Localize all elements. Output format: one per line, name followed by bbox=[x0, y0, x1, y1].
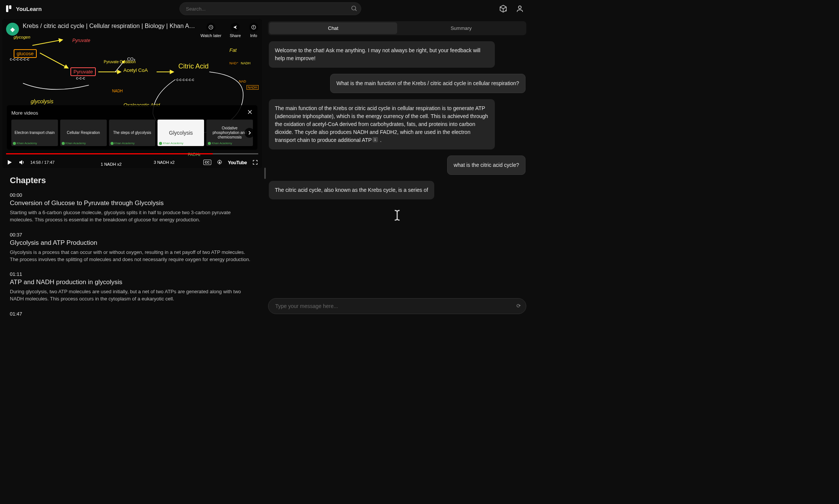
logo-mark-icon bbox=[6, 5, 13, 12]
more-video-item[interactable]: Cellular Respiration Khan Academy bbox=[60, 120, 107, 146]
captions-button[interactable]: CC bbox=[203, 160, 211, 165]
clock-icon bbox=[206, 23, 215, 32]
source-badge: Khan Academy bbox=[13, 142, 37, 145]
close-icon[interactable] bbox=[247, 109, 253, 117]
chapters-heading: Chapters bbox=[10, 176, 254, 185]
search-container bbox=[179, 2, 361, 15]
volume-button[interactable] bbox=[18, 159, 25, 166]
citation-badge[interactable]: 1 bbox=[373, 137, 378, 142]
svg-line-1 bbox=[355, 9, 356, 11]
chat-messages[interactable]: Welcome to the chat! Ask me anything. I … bbox=[268, 40, 526, 294]
share-icon bbox=[231, 23, 240, 32]
svg-point-0 bbox=[352, 6, 356, 10]
video-title: Krebs / citric acid cycle | Cellular res… bbox=[23, 23, 196, 30]
info-icon bbox=[249, 23, 258, 32]
watch-later-button[interactable]: Watch later bbox=[200, 23, 221, 38]
source-badge: Khan Academy bbox=[111, 142, 135, 145]
loading-spinner-icon: ⟳ bbox=[516, 303, 521, 309]
svg-point-4 bbox=[518, 6, 521, 9]
chat-message-user: what is the citric acid cycle? bbox=[447, 156, 526, 175]
chat-message-ai: The main function of the Krebs or citric… bbox=[269, 99, 495, 149]
tab-chat[interactable]: Chat bbox=[269, 22, 397, 34]
more-videos-panel: More videos Electron transport chain Kha… bbox=[7, 105, 257, 150]
chapter-item[interactable]: 01:11 ATP and NADH production in glycoly… bbox=[10, 271, 254, 303]
chapter-timestamp: 01:11 bbox=[10, 271, 254, 277]
chapter-title: Glycolysis and ATP Production bbox=[10, 239, 254, 247]
chat-input-container: ⟳ bbox=[268, 298, 526, 314]
right-pane: Chat Summary Welcome to the chat! Ask me… bbox=[266, 17, 530, 318]
chapter-item[interactable]: 01:47 bbox=[10, 311, 254, 317]
chapter-title: ATP and NADH production in glycolysis bbox=[10, 278, 254, 286]
user-icon[interactable] bbox=[516, 5, 524, 13]
chapter-item[interactable]: 00:00 Conversion of Glucose to Pyruvate … bbox=[10, 192, 254, 224]
chapter-item[interactable]: 00:37 Glycolysis and ATP Production Glyc… bbox=[10, 232, 254, 263]
chat-message-ai: The citric acid cycle, also known as the… bbox=[269, 181, 434, 199]
cube-add-icon[interactable] bbox=[499, 5, 507, 13]
app-name: YouLearn bbox=[16, 6, 42, 12]
share-button[interactable]: Share bbox=[230, 23, 241, 38]
drag-handle-icon[interactable] bbox=[264, 168, 266, 179]
more-video-item[interactable]: Glycolysis Khan Academy bbox=[158, 120, 204, 146]
app-logo[interactable]: YouLearn bbox=[6, 5, 42, 12]
app-header: YouLearn bbox=[0, 0, 530, 17]
fullscreen-button[interactable] bbox=[252, 159, 258, 165]
chat-input[interactable] bbox=[268, 298, 526, 314]
tab-summary[interactable]: Summary bbox=[397, 22, 525, 34]
chat-message-ai: Welcome to the chat! Ask me anything. I … bbox=[269, 41, 495, 68]
chapter-title: Conversion of Glucose to Pyruvate throug… bbox=[10, 199, 254, 207]
source-badge: Khan Academy bbox=[208, 142, 232, 145]
chapter-timestamp: 01:47 bbox=[10, 311, 254, 317]
video-player[interactable]: glycogen glucose c-c-c-c-c-c Pyruvate Py… bbox=[2, 19, 262, 168]
info-button[interactable]: Info bbox=[249, 23, 258, 38]
more-video-item[interactable]: The steps of glycolysis Khan Academy bbox=[109, 120, 156, 146]
video-time: 14:58 / 17:47 bbox=[30, 160, 55, 165]
more-videos-list: Electron transport chain Khan Academy Ce… bbox=[11, 120, 253, 146]
youtube-link[interactable]: YouTube bbox=[228, 160, 247, 165]
source-badge: Khan Academy bbox=[159, 142, 183, 145]
source-badge: Khan Academy bbox=[62, 142, 86, 145]
chapter-description: Starting with a 6-carbon glucose molecul… bbox=[10, 209, 254, 224]
search-icon[interactable] bbox=[351, 5, 357, 13]
chapter-timestamp: 00:00 bbox=[10, 192, 254, 198]
chapter-timestamp: 00:37 bbox=[10, 232, 254, 238]
video-progress-bar[interactable] bbox=[6, 153, 258, 154]
chat-message-user: What is the main function of the Krebs /… bbox=[330, 74, 526, 93]
more-video-item[interactable]: Electron transport chain Khan Academy bbox=[11, 120, 58, 146]
channel-avatar-icon[interactable]: ◆ bbox=[6, 23, 19, 36]
panel-tabs: Chat Summary bbox=[268, 21, 526, 35]
video-controls: 14:58 / 17:47 CC YouTube bbox=[6, 159, 258, 166]
left-pane: glycogen glucose c-c-c-c-c-c Pyruvate Py… bbox=[0, 17, 264, 318]
pane-divider[interactable] bbox=[264, 17, 266, 318]
svg-point-11 bbox=[219, 162, 220, 163]
next-videos-button[interactable] bbox=[245, 128, 254, 138]
play-button[interactable] bbox=[6, 159, 13, 166]
text-cursor-icon bbox=[393, 209, 401, 223]
more-videos-title: More videos bbox=[11, 110, 38, 116]
chapters-panel[interactable]: Chapters 00:00 Conversion of Glucose to … bbox=[2, 168, 262, 318]
chapter-description: Glycolysis is a process that can occur w… bbox=[10, 249, 254, 263]
chapter-description: During glycolysis, two ATP molecules are… bbox=[10, 288, 254, 303]
svg-point-8 bbox=[253, 26, 254, 26]
search-input[interactable] bbox=[179, 2, 361, 15]
header-actions bbox=[499, 5, 524, 13]
settings-button[interactable] bbox=[217, 159, 223, 165]
